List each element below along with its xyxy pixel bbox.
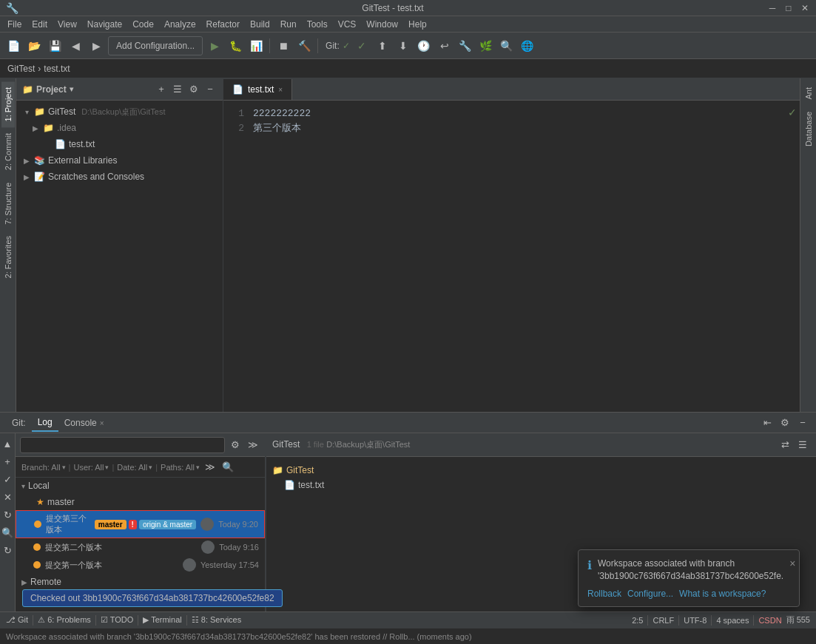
minimize-button[interactable]: ─: [767, 3, 778, 13]
open-button[interactable]: 📂: [25, 37, 43, 55]
settings-bottom-button[interactable]: ⚙: [778, 416, 792, 430]
local-section-header[interactable]: ▾ Local: [16, 478, 265, 494]
git-commit-button[interactable]: ✓: [353, 37, 371, 55]
add-content-button[interactable]: +: [155, 83, 168, 96]
indent-status[interactable]: 4 spaces: [716, 616, 749, 625]
configure-button[interactable]: Configure...: [627, 589, 673, 599]
filter-more-button[interactable]: ≫: [203, 460, 218, 475]
menu-item-code[interactable]: Code: [128, 18, 158, 31]
close-bottom-button[interactable]: −: [795, 416, 810, 430]
git-pull-button[interactable]: ⬇: [394, 37, 412, 55]
git-translate-button[interactable]: 🌐: [519, 37, 536, 55]
menu-item-help[interactable]: Help: [404, 18, 431, 31]
sidebar-tab-project[interactable]: 1: Project: [1, 81, 15, 127]
what-workspace-button[interactable]: What is a workspace?: [679, 589, 766, 599]
git-right-file-item[interactable]: 📄 test.txt: [272, 478, 810, 492]
remote-section-header[interactable]: ▶ Remote: [16, 574, 265, 590]
git-push-button[interactable]: ⬆: [374, 37, 391, 55]
menu-item-file[interactable]: File: [3, 18, 26, 31]
git-search-input[interactable]: [20, 437, 225, 453]
breadcrumb-file[interactable]: test.txt: [44, 64, 70, 74]
tree-item-scratches[interactable]: ▶ 📝 Scratches and Consoles: [16, 169, 223, 185]
position-status[interactable]: 2:5: [632, 616, 643, 625]
menu-item-vcs[interactable]: VCS: [334, 18, 361, 31]
git-search-btn[interactable]: 🔍: [498, 37, 516, 55]
menu-item-tools[interactable]: Tools: [303, 18, 332, 31]
git-status-item[interactable]: ⎇ Git: [6, 615, 28, 625]
menu-item-refactor[interactable]: Refactor: [202, 18, 244, 31]
editor-content[interactable]: 1 2 2222222222 第三个版本 ✓: [223, 101, 800, 412]
todo-status-item[interactable]: ☑ TODO: [101, 615, 133, 625]
build-button[interactable]: 🔨: [295, 37, 313, 55]
git-history-button[interactable]: 🕐: [415, 37, 433, 55]
menu-item-analyze[interactable]: Analyze: [160, 18, 200, 31]
menu-item-window[interactable]: Window: [362, 18, 402, 31]
terminal-status-item[interactable]: ▶ Terminal: [143, 615, 181, 625]
menu-item-view[interactable]: View: [53, 18, 81, 31]
git-right-folder[interactable]: 📁 GitTest: [272, 463, 810, 478]
git-search-button[interactable]: ⚙: [228, 438, 243, 453]
commit-row-2[interactable]: 提交第二个版本 Today 9:16: [16, 538, 265, 556]
collapse-all-button[interactable]: ☰: [795, 438, 810, 453]
menu-item-edit[interactable]: Edit: [27, 18, 52, 31]
forward-button[interactable]: ▶: [87, 37, 105, 55]
sidebar-tab-favorites[interactable]: 2: Favorites: [1, 230, 15, 284]
date-filter[interactable]: Date: All ▾: [117, 463, 152, 472]
git-wrench-button[interactable]: 🔧: [456, 37, 474, 55]
menu-item-build[interactable]: Build: [246, 18, 274, 31]
csdn-status[interactable]: CSDN: [758, 616, 781, 625]
expand-all-button[interactable]: ⇄: [778, 438, 792, 453]
user-filter[interactable]: User: All ▾: [73, 463, 109, 472]
services-status-item[interactable]: ☷ 8: Services: [192, 615, 241, 625]
git-nav-search-button[interactable]: 🔍: [0, 525, 15, 540]
git-nav-refresh-button[interactable]: ↻: [0, 507, 15, 522]
rollback-button[interactable]: Rollback: [587, 589, 621, 599]
expand-left-button[interactable]: ⇤: [760, 416, 775, 430]
git-nav-plus-button[interactable]: +: [0, 454, 15, 469]
line-ending-status[interactable]: CRLF: [653, 616, 674, 625]
settings-button[interactable]: ⚙: [187, 83, 200, 96]
save-button[interactable]: 💾: [46, 37, 64, 55]
back-button[interactable]: ◀: [67, 37, 84, 55]
git-branches-button[interactable]: 🌿: [477, 37, 495, 55]
close-button[interactable]: ✕: [800, 3, 810, 13]
menu-item-run[interactable]: Run: [276, 18, 301, 31]
git-nav-fetch-button[interactable]: ↻: [0, 543, 15, 557]
bottom-tab-log[interactable]: Log: [32, 414, 58, 432]
new-file-button[interactable]: 📄: [4, 37, 22, 55]
debug-button[interactable]: 🐛: [226, 37, 244, 55]
menu-item-navigate[interactable]: Navigate: [83, 18, 127, 31]
breadcrumb-project[interactable]: GitTest: [7, 64, 35, 74]
editor-tab-testtxt[interactable]: 📄 test.txt ×: [223, 79, 292, 100]
notification-close-button[interactable]: ×: [789, 557, 795, 569]
add-configuration-button[interactable]: Add Configuration...: [108, 36, 203, 55]
commit-row-3[interactable]: 提交第三个版本 master ! origin & master Today 9…: [16, 510, 265, 538]
coverage-button[interactable]: 📊: [247, 37, 265, 55]
commit-row-1[interactable]: 提交第一个版本 Yesterday 17:54: [16, 556, 265, 574]
sidebar-tab-commit[interactable]: 2: Commit: [1, 127, 15, 176]
editor-code[interactable]: 2222222222 第三个版本: [253, 106, 788, 406]
run-button[interactable]: ▶: [206, 37, 223, 55]
branch-filter[interactable]: Branch: All ▾: [21, 463, 66, 472]
sidebar-tab-ant[interactable]: Ant: [802, 81, 815, 106]
tree-item-idea[interactable]: ▶ 📁 .idea: [16, 120, 223, 136]
sidebar-tab-database[interactable]: Database: [802, 106, 815, 152]
paths-filter[interactable]: Paths: All ▾: [161, 463, 200, 472]
master-branch-item[interactable]: ★ master: [16, 494, 265, 510]
console-close-button[interactable]: ×: [100, 419, 104, 427]
collapse-button[interactable]: ☰: [171, 83, 184, 96]
git-nav-check-button[interactable]: ✓: [0, 472, 15, 487]
git-more-button[interactable]: ≫: [246, 438, 260, 453]
hide-panel-button[interactable]: −: [203, 83, 217, 96]
tree-item-gittest[interactable]: ▾ 📁 GitTest D:\Backup\桌面\GitTest: [16, 104, 223, 120]
encoding-status[interactable]: UTF-8: [684, 616, 707, 625]
tab-close-button[interactable]: ×: [278, 86, 283, 94]
maximize-button[interactable]: □: [783, 3, 794, 13]
tree-item-testtxt[interactable]: 📄 test.txt: [16, 136, 223, 152]
filter-search-button[interactable]: 🔍: [220, 460, 235, 475]
bottom-tab-console[interactable]: Console×: [58, 415, 110, 431]
sidebar-tab-structure[interactable]: 7: Structure: [1, 177, 15, 231]
tree-item-external-libs[interactable]: ▶ 📚 External Libraries: [16, 152, 223, 169]
git-revert-button[interactable]: ↩: [436, 37, 453, 55]
stop-button[interactable]: ⏹: [274, 37, 292, 55]
